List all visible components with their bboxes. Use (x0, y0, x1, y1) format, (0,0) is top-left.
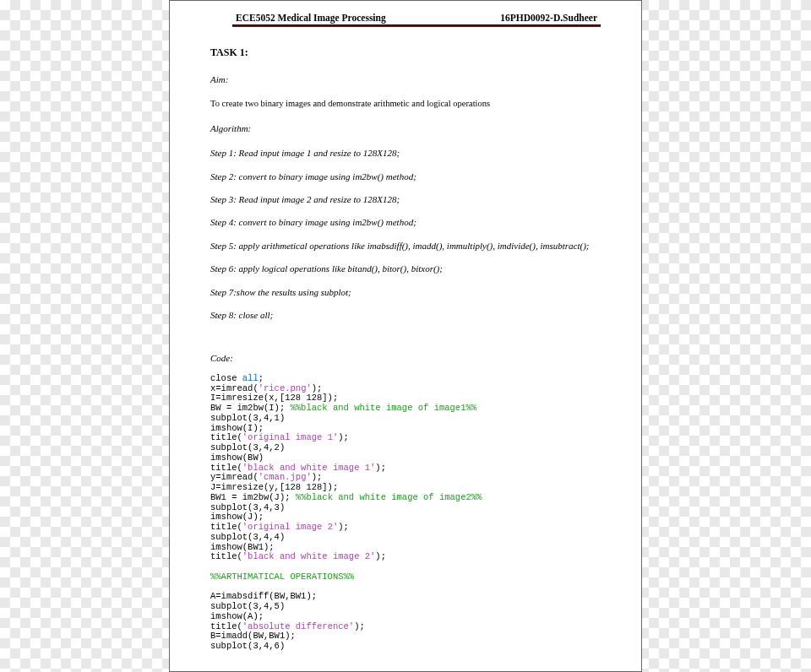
algorithm-label: Algorithm: (210, 122, 601, 135)
page-header: ECE5052 Medical Image Processing 16PHD00… (232, 13, 601, 23)
algorithm-step: Step 4: convert to binary image using im… (210, 216, 601, 229)
algorithm-step: Step 7:show the results using subplot; (210, 286, 601, 299)
aim-label: Aim: (210, 73, 601, 86)
code-label: Code: (210, 352, 601, 365)
course-title: ECE5052 Medical Image Processing (236, 13, 386, 23)
document-body: TASK 1: Aim: To create two binary images… (210, 46, 601, 652)
algorithm-step: Step 2: convert to binary image using im… (210, 171, 601, 183)
document-page: ECE5052 Medical Image Processing 16PHD00… (169, 0, 642, 672)
algorithm-step: Step 6: apply logical operations like bi… (210, 263, 601, 275)
header-rule (232, 24, 601, 27)
algorithm-step: Step 5: apply arithmetical operations li… (210, 240, 601, 252)
algorithm-step: Step 1: Read input image 1 and resize to… (210, 147, 601, 160)
algorithm-step: Step 3: Read input image 2 and resize to… (210, 193, 601, 206)
aim-text: To create two binary images and demonstr… (210, 98, 601, 111)
algorithm-step: Step 8: close all; (210, 309, 601, 322)
code-block: close all; x=imread('rice.png'); I=imres… (210, 374, 601, 652)
task-title: TASK 1: (210, 46, 601, 60)
student-id: 16PHD0092-D.Sudheer (500, 13, 597, 23)
